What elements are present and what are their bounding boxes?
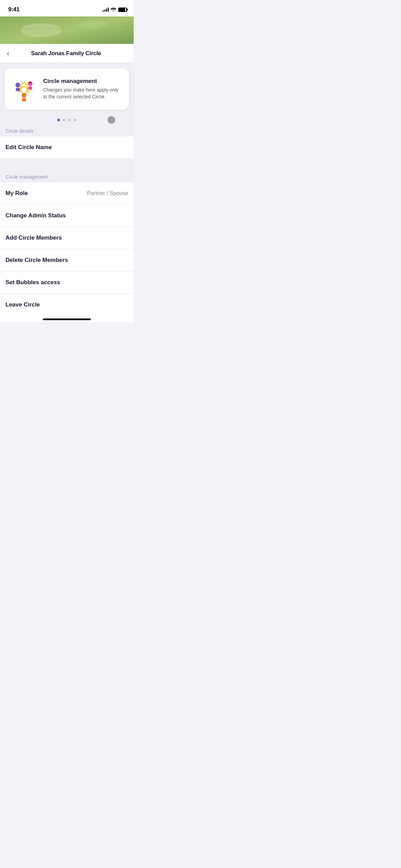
home-bar bbox=[43, 318, 91, 320]
info-card-title: Circle management bbox=[43, 78, 122, 85]
add-circle-members-label: Add Circle Members bbox=[5, 234, 62, 241]
map-road-v bbox=[62, 16, 62, 44]
circle-details-section: Edit Circle Name bbox=[0, 136, 134, 158]
svg-rect-1 bbox=[16, 88, 20, 91]
set-bubbles-access-item[interactable]: Set Bubbles access bbox=[0, 272, 134, 294]
dot-2 bbox=[63, 119, 65, 121]
wifi-icon bbox=[111, 7, 116, 12]
dot-3 bbox=[68, 119, 71, 121]
nav-header: ‹ Sarah Jonas Family Circle bbox=[0, 44, 134, 63]
svg-point-4 bbox=[22, 93, 26, 98]
circle-management-section: My Role Partner / Spouse Change Admin St… bbox=[0, 182, 134, 316]
add-circle-members-item[interactable]: Add Circle Members bbox=[0, 227, 134, 249]
info-card-text: Circle management Changes you make here … bbox=[43, 78, 122, 100]
dot-4 bbox=[74, 119, 76, 121]
floating-dot bbox=[108, 116, 115, 124]
change-admin-status-item[interactable]: Change Admin Status bbox=[0, 205, 134, 227]
home-indicator bbox=[0, 316, 134, 322]
my-role-item[interactable]: My Role Partner / Spouse bbox=[0, 182, 134, 205]
status-bar: 9:41 bbox=[0, 0, 134, 16]
battery-icon bbox=[118, 8, 127, 12]
svg-point-0 bbox=[15, 83, 20, 87]
map-background bbox=[0, 16, 134, 44]
section-circle-details: Circle details bbox=[0, 123, 134, 136]
status-time: 9:41 bbox=[8, 6, 20, 13]
circle-illustration bbox=[10, 75, 38, 103]
signal-bars-icon bbox=[102, 8, 109, 12]
delete-circle-members-item[interactable]: Delete Circle Members bbox=[0, 249, 134, 272]
my-role-label: My Role bbox=[5, 190, 28, 197]
delete-circle-members-label: Delete Circle Members bbox=[5, 257, 68, 264]
leave-circle-label: Leave Circle bbox=[5, 301, 40, 308]
map-road-h bbox=[0, 28, 134, 29]
section-circle-management: Circle management bbox=[0, 169, 134, 182]
svg-rect-3 bbox=[28, 86, 32, 90]
leave-circle-item[interactable]: Leave Circle bbox=[0, 294, 134, 316]
pagination-area bbox=[0, 115, 134, 123]
section-divider-1 bbox=[0, 158, 134, 169]
main-content: Circle management Changes you make here … bbox=[0, 63, 134, 322]
page-title: Sarah Jonas Family Circle bbox=[5, 50, 127, 57]
edit-circle-name-item[interactable]: Edit Circle Name bbox=[0, 136, 134, 158]
set-bubbles-access-label: Set Bubbles access bbox=[5, 279, 60, 286]
svg-rect-5 bbox=[22, 98, 26, 101]
edit-circle-name-label: Edit Circle Name bbox=[5, 144, 52, 151]
dot-1 bbox=[57, 119, 60, 121]
status-icons bbox=[102, 7, 127, 12]
info-card: Circle management Changes you make here … bbox=[5, 69, 129, 110]
change-admin-status-label: Change Admin Status bbox=[5, 212, 66, 219]
info-card-container: Circle management Changes you make here … bbox=[0, 63, 134, 115]
pagination-dots bbox=[57, 119, 76, 121]
my-role-value: Partner / Spouse bbox=[87, 190, 128, 196]
info-card-description: Changes you make here apply only to the … bbox=[43, 87, 122, 100]
